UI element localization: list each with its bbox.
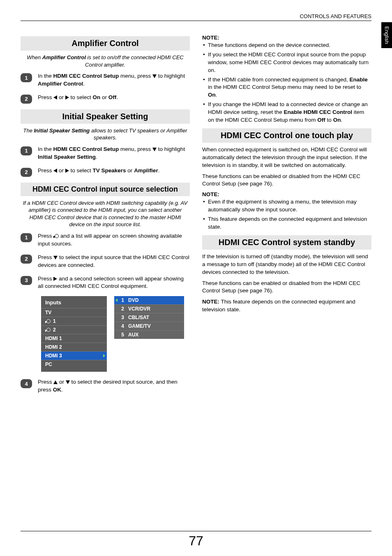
step-text: Press or to select On or Off. <box>38 94 190 104</box>
onetouch-p2: These functions can be enabled or disabl… <box>202 173 371 188</box>
t: 2 <box>53 327 56 333</box>
note-label: NOTE: <box>202 191 371 197</box>
l: CBL/SAT <box>128 315 149 320</box>
input-source-icon <box>53 234 59 239</box>
n: 2 <box>118 306 124 312</box>
t: Press <box>38 167 53 174</box>
note-bullet: This feature depends on the connected eq… <box>202 215 371 231</box>
step-badge-4: 4 <box>21 379 32 388</box>
submenu-panel: 1DVD 2VCR/DVR 3CBL/SAT 4GAME/TV 5AUX <box>114 296 184 339</box>
t: Press <box>38 254 53 260</box>
srcsel-intro: If a HDMI CEC Control device with HDMI s… <box>22 199 188 228</box>
t: NOTE: <box>202 299 219 305</box>
srcsel-step-1: 1 Press and a list will appear on screen… <box>21 232 190 248</box>
t: On <box>208 92 216 98</box>
srcsel-step-2: 2 Press to select the input source that … <box>21 254 190 269</box>
t: HDMI CEC Control Setup <box>53 73 119 79</box>
step-text: Press and a list will appear on screen s… <box>38 232 190 248</box>
text-bold: Amplifier Control <box>42 54 86 60</box>
t: OK <box>53 387 61 393</box>
input-source-title: HDMI CEC Control input source selection <box>21 183 190 196</box>
inputs-row-hdmi1: HDMI 1 <box>41 334 107 343</box>
down-arrow-icon <box>53 256 58 259</box>
t: in the HDMI CEC Control Setup menu may n… <box>208 84 361 90</box>
standby-p1: If the television is turned off (standby… <box>202 253 371 276</box>
note-list: These functions depend on the device con… <box>202 42 371 124</box>
t: and a second selection screen will appea… <box>38 276 184 290</box>
l: AUX <box>128 332 138 338</box>
t: to highlight <box>157 146 185 152</box>
t: menu, press <box>119 146 152 152</box>
inputs-row-hdmi2: HDMI 2 <box>41 343 107 351</box>
right-arrow-icon <box>53 277 57 281</box>
t: menu, press <box>119 73 152 79</box>
t: Press <box>38 379 53 385</box>
submenu-row: 2VCR/DVR <box>114 305 184 313</box>
l: GAME/TV <box>128 323 151 329</box>
speaker-step-2: 2 Press or to select TV Speakers or Ampl… <box>21 167 190 177</box>
amp-step-1: 1 In the HDMI CEC Control Setup menu, pr… <box>21 72 190 88</box>
t: Off <box>317 117 325 123</box>
t: On <box>333 117 341 123</box>
note-bullet: If you change the HDMI lead to a connect… <box>202 101 371 124</box>
note-bullet: These functions depend on the device con… <box>202 42 371 49</box>
t: or <box>57 167 65 174</box>
speaker-setting-title: Initial Speaker Setting <box>21 109 190 124</box>
onetouch-title: HDMI CEC Control one touch play <box>202 128 371 143</box>
page-number: 77 <box>0 533 392 549</box>
inputs-row-av1: 1 <box>41 317 107 325</box>
amplifier-control-title: Amplifier Control <box>21 36 190 51</box>
speaker-intro: The Initial Speaker Setting allows to se… <box>22 127 188 141</box>
header-section-label: CONTROLS AND FEATURES <box>300 13 371 19</box>
standby-p2: These functions can be enabled or disabl… <box>202 280 371 295</box>
step-badge-1: 1 <box>21 146 32 155</box>
step-badge-1: 1 <box>21 73 32 82</box>
left-arrow-icon <box>53 169 57 173</box>
note-bullet: Even if the equipment is showing a menu,… <box>202 198 371 214</box>
down-arrow-icon <box>66 380 70 384</box>
n: 5 <box>118 332 124 338</box>
t: to select the input source that the HDMI… <box>38 254 189 268</box>
srcsel-step-3: 3 Press and a second selection screen wi… <box>21 275 190 291</box>
t: allows to select TV speakers or Amplifie… <box>90 127 187 141</box>
input-source-icon <box>45 319 51 324</box>
step-text: Press or to select the desired input sou… <box>38 378 190 394</box>
standby-note: NOTE: This feature depends on the connec… <box>202 298 371 314</box>
inputs-row-pc: PC <box>41 360 107 368</box>
t: 1 <box>53 318 56 324</box>
srcsel-step-4: 4 Press or to select the desired input s… <box>21 378 190 394</box>
down-arrow-icon <box>152 148 157 151</box>
submenu-row: 1DVD <box>114 296 184 305</box>
content-area: Amplifier Control When Amplifier Control… <box>21 32 371 523</box>
up-arrow-icon <box>53 380 58 384</box>
submenu-row: 5AUX <box>114 331 184 339</box>
step-text: Press or to select TV Speakers or Amplif… <box>38 167 190 177</box>
amp-step-2: 2 Press or to select On or Off. <box>21 94 190 104</box>
n: 4 <box>118 323 124 329</box>
t: Off <box>108 94 117 100</box>
t: On <box>93 94 101 100</box>
speaker-step-1: 1 In the HDMI CEC Control Setup menu, pr… <box>21 146 190 161</box>
step-badge-1: 1 <box>21 233 32 242</box>
note-bullet: If the HDMI cable from connected equipme… <box>202 76 371 100</box>
t: to highlight <box>157 73 185 79</box>
n: 1 <box>118 297 124 303</box>
standby-title: HDMI CEC Control system standby <box>202 235 371 250</box>
t: to select <box>69 167 93 174</box>
inputs-row-tv: TV <box>41 308 107 317</box>
t: Press <box>38 276 53 282</box>
submenu-row: 3CBL/SAT <box>114 313 184 322</box>
t: Press <box>38 94 53 100</box>
inputs-header: Inputs <box>41 298 107 308</box>
t: The <box>23 127 34 134</box>
step-badge-2: 2 <box>21 255 32 264</box>
t: to select <box>69 94 93 100</box>
down-arrow-icon <box>152 74 157 78</box>
onscreen-ui-mock: Inputs TV 1 2 HDMI 1 HDMI 2 HDMI 3 PC 1D… <box>41 296 190 372</box>
t: In the <box>38 73 53 79</box>
t: Enable HDMI CEC Control <box>284 109 353 115</box>
step-text: Press to select the input source that th… <box>38 254 190 269</box>
t: Initial Speaker Setting <box>38 154 96 160</box>
t: or <box>58 379 66 385</box>
language-tab: English <box>381 22 392 48</box>
